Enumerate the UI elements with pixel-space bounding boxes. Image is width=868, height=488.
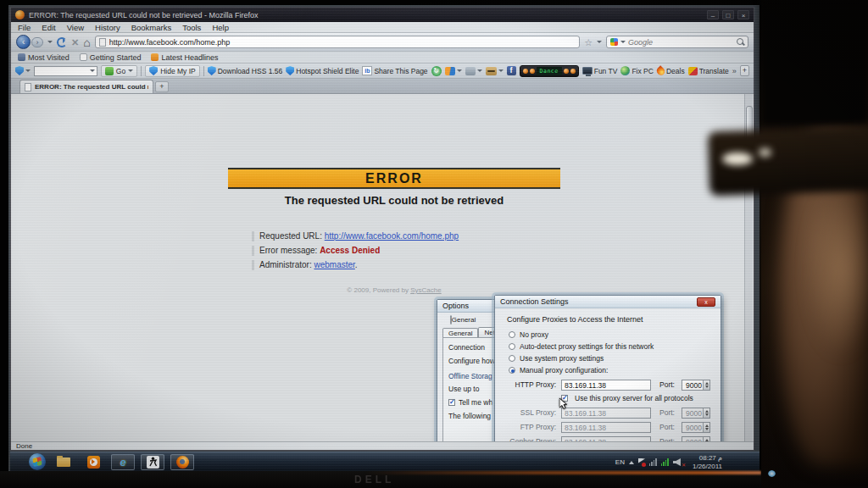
- taskbar-clock[interactable]: 08:27 م 1/26/2011: [693, 454, 722, 471]
- ssl-proxy-label: SSL Proxy:: [495, 408, 556, 419]
- address-bar[interactable]: [95, 36, 580, 48]
- search-engine-dropdown-icon[interactable]: [620, 41, 626, 46]
- minimize-button[interactable]: –: [707, 10, 719, 19]
- go-button[interactable]: Go: [101, 65, 137, 77]
- menu-bar: File Edit View History Bookmarks Tools H…: [11, 22, 754, 33]
- fun-tv-button[interactable]: Fun TV: [582, 67, 618, 75]
- fix-pc-button[interactable]: Fix PC: [620, 66, 654, 75]
- close-button[interactable]: ×: [737, 10, 749, 19]
- category-general[interactable]: General: [444, 316, 481, 324]
- show-hidden-icons-icon[interactable]: [629, 458, 634, 464]
- taskbar-internet-explorer[interactable]: e: [111, 454, 135, 470]
- toolbar-overflow-button[interactable]: »: [732, 67, 737, 75]
- home-icon[interactable]: [83, 36, 90, 48]
- translate-icon: [688, 67, 698, 75]
- stop-icon[interactable]: [71, 37, 79, 47]
- download-hss-button[interactable]: Download HSS 1.56: [208, 66, 283, 75]
- share-label: Share This Page: [374, 67, 427, 75]
- bookmark-latest-headlines[interactable]: Latest Headlines: [151, 53, 218, 62]
- player-knob[interactable]: [570, 69, 576, 74]
- search-box[interactable]: [606, 36, 748, 48]
- hide-my-ip-button[interactable]: Hide My IP: [145, 65, 200, 77]
- webmaster-link[interactable]: webmaster: [314, 260, 354, 269]
- network-signal-icon[interactable]: [649, 458, 657, 466]
- bookmark-label: Getting Started: [90, 53, 142, 62]
- menu-file[interactable]: File: [18, 23, 31, 32]
- connection-dialog-titlebar[interactable]: Connection Settings x: [495, 296, 721, 308]
- hotspot-elite-label: Hotspot Shield Elite: [296, 67, 359, 75]
- http-port-field[interactable]: 9000: [682, 380, 710, 391]
- http-proxy-field[interactable]: [561, 380, 651, 391]
- translate-label: Translate: [699, 67, 729, 75]
- back-button[interactable]: [16, 35, 31, 49]
- menu-view[interactable]: View: [67, 23, 84, 32]
- new-tab-button[interactable]: +: [155, 81, 169, 92]
- player-knob[interactable]: [523, 69, 528, 74]
- radio-no-proxy[interactable]: No proxy: [509, 330, 548, 339]
- getting-started-icon: [80, 53, 87, 61]
- history-dropdown-icon[interactable]: [47, 41, 53, 46]
- error-message-line: Error message: Access Denied: [252, 246, 459, 256]
- hotspot-shield-menu[interactable]: [15, 66, 31, 75]
- taskbar-media-player[interactable]: [81, 454, 105, 470]
- language-indicator[interactable]: EN: [615, 458, 625, 466]
- bookmark-most-visited[interactable]: Most Visited: [18, 53, 70, 62]
- checkbox-checked-icon[interactable]: [448, 399, 455, 406]
- refresh-addon-icon[interactable]: [431, 66, 442, 76]
- share-this-page-button[interactable]: ibShare This Page: [362, 66, 427, 75]
- menu-bookmarks[interactable]: Bookmarks: [131, 23, 172, 32]
- translate-button[interactable]: Translate: [688, 67, 729, 75]
- radio-auto-detect[interactable]: Auto-detect proxy settings for this netw…: [509, 342, 654, 351]
- menu-tools[interactable]: Tools: [182, 23, 201, 32]
- spin-down-icon[interactable]: [705, 385, 709, 390]
- maximize-button[interactable]: □: [722, 10, 734, 19]
- forward-button[interactable]: [31, 37, 43, 47]
- connection-settings-dialog: Connection Settings x Configure Proxies …: [494, 295, 721, 441]
- bookmark-getting-started[interactable]: Getting Started: [80, 53, 142, 62]
- player-knob[interactable]: [530, 69, 535, 74]
- radio-manual-proxy[interactable]: Manual proxy configuration:: [509, 366, 608, 374]
- radio-system-proxy[interactable]: Use system proxy settings: [509, 354, 604, 363]
- dell-logo: DELL: [354, 474, 394, 485]
- folder-addon-button[interactable]: [486, 67, 504, 75]
- all-protocols-checkbox-row[interactable]: Use this proxy server for all protocols: [561, 394, 693, 402]
- connection-dialog-title: Connection Settings: [500, 297, 569, 306]
- requested-url-link[interactable]: http://www.facebook.com/home.php: [325, 231, 459, 241]
- toolbar-separator: [141, 66, 142, 76]
- deals-button[interactable]: Deals: [657, 67, 685, 75]
- taskbar-explorer[interactable]: [52, 454, 75, 470]
- action-center-icon[interactable]: [638, 458, 645, 467]
- start-button[interactable]: [29, 453, 46, 470]
- media-addon-button[interactable]: [445, 67, 462, 75]
- player-knob[interactable]: [564, 69, 569, 74]
- port-spinner[interactable]: [703, 380, 709, 390]
- tab-error-page[interactable]: ERROR: The requested URL could not...: [19, 80, 153, 93]
- shield-icon: [149, 66, 158, 75]
- search-input[interactable]: [628, 38, 734, 47]
- menu-help[interactable]: Help: [212, 23, 229, 32]
- taskbar-firefox[interactable]: [170, 454, 194, 470]
- radio-player-widget[interactable]: Dance: [520, 65, 579, 77]
- spin-up-icon[interactable]: [705, 380, 709, 385]
- firefox-icon: [176, 456, 189, 469]
- tools-addon-button[interactable]: [465, 67, 482, 75]
- wifi-signal-icon[interactable]: [661, 458, 669, 466]
- bookmark-dropdown-icon[interactable]: [597, 41, 602, 46]
- taskbar-aim[interactable]: [141, 454, 164, 470]
- syscache-link[interactable]: SysCache: [410, 286, 441, 294]
- search-icon[interactable]: [737, 38, 744, 46]
- facebook-icon[interactable]: f: [507, 66, 516, 75]
- menu-history[interactable]: History: [95, 23, 120, 32]
- http-proxy-input[interactable]: [562, 380, 650, 390]
- addon-dropdown[interactable]: [34, 66, 97, 76]
- url-input[interactable]: [109, 38, 576, 47]
- bookmark-star-icon[interactable]: [584, 37, 593, 47]
- hide-my-ip-label: Hide My IP: [160, 67, 196, 75]
- add-addon-button[interactable]: +: [740, 65, 749, 76]
- volume-muted-icon[interactable]: [673, 458, 681, 466]
- download-hss-label: Download HSS 1.56: [218, 67, 283, 75]
- hotspot-elite-button[interactable]: Hotspot Shield Elite: [286, 66, 359, 75]
- dialog-close-button[interactable]: x: [697, 297, 715, 307]
- menu-edit[interactable]: Edit: [42, 23, 55, 32]
- refresh-icon[interactable]: [57, 37, 67, 47]
